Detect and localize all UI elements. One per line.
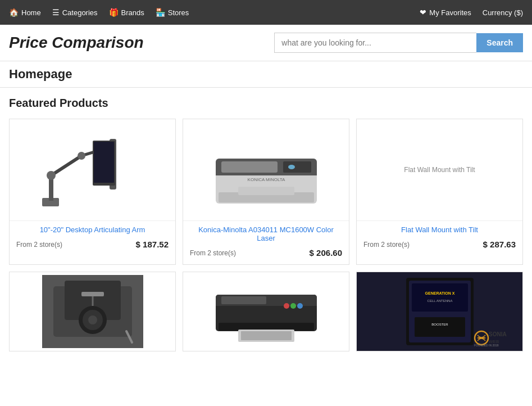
product-2-svg: KONICA MINOLTA bbox=[204, 125, 328, 215]
svg-point-35 bbox=[290, 303, 296, 309]
navbar: 🏠 Home ☰ Categories 🎁 Brands 🏪 Stores ❤ … bbox=[0, 0, 532, 25]
product-stores-2: From 2 store(s) bbox=[190, 249, 236, 257]
home-icon: 🏠 bbox=[9, 8, 19, 17]
product-info-3: Flat Wall Mount with Tilt From 2 store(s… bbox=[357, 220, 522, 256]
watermark-logo: SONIA WEB FOUNDED IN 2018 bbox=[473, 324, 518, 346]
nav-home[interactable]: 🏠 Home bbox=[9, 8, 41, 17]
product-card-2: KONICA MINOLTA Konica-Minolta A034011 MC… bbox=[183, 119, 349, 265]
nav-left: 🏠 Home ☰ Categories 🎁 Brands 🏪 Stores bbox=[9, 8, 189, 17]
svg-point-34 bbox=[297, 303, 303, 309]
product-image-2: KONICA MINOLTA bbox=[183, 119, 349, 220]
svg-rect-6 bbox=[94, 142, 114, 183]
product-stores-1: From 2 store(s) bbox=[16, 241, 62, 249]
product-info-1: 10"-20" Desktop Articulating Arm From 2 … bbox=[10, 220, 175, 256]
product-name-1[interactable]: 10"-20" Desktop Articulating Arm bbox=[16, 225, 169, 234]
nav-categories[interactable]: ☰ Categories bbox=[52, 8, 98, 17]
page-title: Homepage bbox=[9, 67, 523, 82]
svg-rect-33 bbox=[241, 331, 292, 340]
svg-point-8 bbox=[78, 152, 85, 160]
product-footer-2: From 2 store(s) $ 206.60 bbox=[190, 248, 342, 258]
svg-line-2 bbox=[51, 156, 81, 175]
nav-stores-label: Stores bbox=[168, 8, 189, 17]
nav-favorites[interactable]: ❤ My Favorites bbox=[420, 8, 471, 17]
svg-point-23 bbox=[88, 315, 97, 324]
svg-rect-15 bbox=[238, 187, 294, 195]
nav-home-label: Home bbox=[21, 8, 41, 17]
product-image-1 bbox=[10, 119, 175, 220]
nav-categories-label: Categories bbox=[62, 8, 98, 17]
product-info-2: Konica-Minolta A034011 MC1600W Color Las… bbox=[183, 220, 349, 264]
nav-brands-label: Brands bbox=[121, 8, 144, 17]
search-bar: Search bbox=[274, 33, 523, 53]
site-logo: Price Comparison bbox=[9, 34, 144, 52]
svg-point-36 bbox=[284, 303, 289, 309]
product-footer-3: From 2 store(s) $ 287.63 bbox=[363, 240, 516, 249]
product-grid: 10"-20" Desktop Articulating Arm From 2 … bbox=[9, 119, 523, 351]
header: Price Comparison Search bbox=[0, 25, 532, 61]
categories-icon: ☰ bbox=[52, 8, 60, 17]
svg-point-7 bbox=[47, 171, 56, 180]
product-image-4 bbox=[10, 272, 175, 351]
stores-icon: 🏪 bbox=[156, 8, 165, 17]
search-input[interactable] bbox=[274, 33, 476, 53]
heart-icon: ❤ bbox=[420, 8, 426, 17]
product-card-3: Flat Wall Mount with Tilt Flat Wall Moun… bbox=[356, 119, 523, 265]
svg-text:CELL ANTENNA: CELL ANTENNA bbox=[427, 299, 452, 303]
watermark: SONIA WEB FOUNDED IN 2018 bbox=[473, 324, 518, 346]
product-card-5 bbox=[183, 272, 349, 351]
nav-currency-label: Currency ($) bbox=[483, 8, 523, 17]
product-price-3: $ 287.63 bbox=[483, 240, 516, 249]
svg-text:FOUNDED IN 2018: FOUNDED IN 2018 bbox=[474, 344, 499, 346]
nav-currency[interactable]: Currency ($) bbox=[483, 8, 523, 17]
product-price-1: $ 187.52 bbox=[136, 240, 169, 249]
nav-right: ❤ My Favorites Currency ($) bbox=[420, 8, 523, 17]
product-stores-3: From 2 store(s) bbox=[363, 241, 410, 249]
product-5-svg bbox=[210, 278, 322, 345]
svg-rect-31 bbox=[219, 323, 314, 331]
product-name-2[interactable]: Konica-Minolta A034011 MC1600W Color Las… bbox=[190, 225, 342, 242]
svg-rect-30 bbox=[221, 296, 266, 304]
product-card-1: 10"-20" Desktop Articulating Arm From 2 … bbox=[9, 119, 176, 265]
svg-text:KONICA MINOLTA: KONICA MINOLTA bbox=[247, 177, 285, 182]
product-card-4 bbox=[9, 272, 176, 351]
nav-favorites-label: My Favorites bbox=[429, 8, 471, 17]
nav-stores[interactable]: 🏪 Stores bbox=[156, 8, 189, 17]
svg-text:SONIA: SONIA bbox=[489, 331, 507, 337]
product-4-svg bbox=[42, 275, 143, 348]
svg-text:BOOSTER: BOOSTER bbox=[431, 323, 448, 326]
product-price-2: $ 206.60 bbox=[310, 248, 342, 258]
nav-brands[interactable]: 🎁 Brands bbox=[109, 8, 144, 17]
product-placeholder-text-3: Flat Wall Mount with Tilt bbox=[404, 166, 475, 174]
main-content: Featured Products 10"-20" De bbox=[0, 88, 532, 360]
product-footer-1: From 2 store(s) $ 187.52 bbox=[16, 240, 169, 249]
svg-point-16 bbox=[288, 165, 295, 169]
svg-rect-39 bbox=[412, 283, 468, 312]
product-placeholder-3: Flat Wall Mount with Tilt bbox=[362, 125, 517, 215]
brands-icon: 🎁 bbox=[109, 8, 119, 17]
svg-text:GENERATION X: GENERATION X bbox=[425, 291, 454, 295]
svg-rect-42 bbox=[415, 317, 465, 337]
svg-rect-12 bbox=[221, 161, 278, 173]
svg-rect-13 bbox=[283, 161, 311, 173]
product-image-5 bbox=[183, 272, 349, 351]
product-card-6: GENERATION X CELL ANTENNA BOOSTER SONIA … bbox=[356, 272, 523, 351]
search-button[interactable]: Search bbox=[476, 33, 523, 52]
product-name-3[interactable]: Flat Wall Mount with Tilt bbox=[363, 225, 516, 234]
svg-rect-25 bbox=[81, 292, 104, 296]
featured-section-title: Featured Products bbox=[9, 97, 523, 110]
product-image-3: Flat Wall Mount with Tilt bbox=[357, 119, 522, 220]
breadcrumb-bar: Homepage bbox=[0, 61, 532, 88]
product-1-svg bbox=[37, 125, 149, 215]
